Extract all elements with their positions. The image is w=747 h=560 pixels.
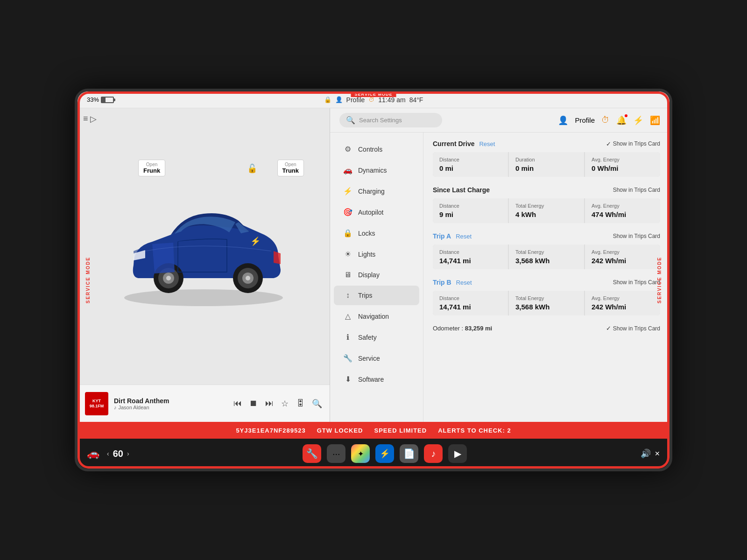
slc-distance-value: 9 mi (439, 210, 501, 218)
stop-button[interactable]: ⏹ (249, 399, 258, 408)
clock-icon-header: ⏱ (601, 115, 610, 125)
taskbar-car-icon[interactable]: 🚗 (87, 448, 99, 460)
slc-avg-energy-cell: Avg. Energy 474 Wh/mi (585, 198, 660, 223)
autopilot-label: Autopilot (358, 209, 383, 216)
trip-a-reset[interactable]: Reset (456, 233, 472, 240)
equalizer-button[interactable]: 🎛 (296, 399, 304, 408)
track-artist: ♪ Jason Aldean (114, 405, 228, 410)
navigation-icon: △ (343, 312, 352, 321)
nav-forward-icon[interactable]: › (127, 450, 129, 457)
nav-charging[interactable]: ⚡ Charging (334, 181, 419, 201)
nav-dynamics[interactable]: 🚗 Dynamics (334, 160, 419, 180)
search-placeholder: Search Settings (359, 117, 402, 124)
service-mode-label-left: SERVICE MODE (85, 257, 91, 304)
odometer-label: Odometer : (433, 325, 463, 332)
lights-icon: ☀ (343, 250, 352, 259)
app-music[interactable]: ♪ (424, 444, 443, 463)
nav-software[interactable]: ⬇ Software (334, 369, 419, 389)
service-mode-label-right: SERVICE MODE (656, 257, 662, 304)
nav-autopilot[interactable]: 🎯 Autopilot (334, 202, 419, 222)
controls-label: Controls (358, 146, 382, 153)
taskbar-nav: ‹ 60 › (107, 448, 129, 459)
taskbar-speed-display: 60 (113, 448, 123, 459)
nav-safety[interactable]: ℹ Safety (334, 327, 419, 347)
trip-b-avg-energy-cell: Avg. Energy 242 Wh/mi (585, 291, 660, 315)
trip-a-distance-label: Distance (439, 249, 501, 255)
odometer-value: 83,259 mi (465, 325, 493, 332)
nav-trips[interactable]: ↕ Trips (334, 286, 419, 305)
settings-panel: 🔍 Search Settings 👤 Profile ⏱ 🔔 ⚡ 📶 (330, 108, 669, 422)
next-button[interactable]: ⏭ (265, 399, 274, 408)
favorite-button[interactable]: ☆ (281, 399, 289, 409)
current-duration-cell: Duration 0 min (509, 152, 584, 177)
controls-icon: ⚙ (343, 145, 352, 154)
trip-b-distance-cell: Distance 14,741 mi (433, 291, 508, 315)
trip-b-avg-energy-label: Avg. Energy (592, 295, 654, 301)
status-bar: SERVICE MODE 33% 🔒 👤 Profile ⏱ 11:49 am … (78, 91, 669, 108)
app-media[interactable]: ▶ (448, 444, 467, 463)
since-last-charge-stats: Distance 9 mi Total Energy 4 kWh Avg. En… (433, 198, 660, 223)
volume-x-icon: ✕ (655, 450, 660, 457)
odometer-info: Odometer : 83,259 mi (433, 325, 492, 332)
bell-icon-header[interactable]: 🔔 (616, 115, 627, 126)
slc-distance-cell: Distance 9 mi (433, 198, 508, 223)
trip-b-distance-label: Distance (439, 295, 501, 301)
app-colorful[interactable]: ✦ (351, 444, 370, 463)
car-svg: ⚡ (106, 190, 302, 312)
trip-a-avg-energy-label: Avg. Energy (592, 249, 654, 255)
status-profile-label: Profile (346, 96, 365, 104)
trip-b-show-trips: Show in Trips Card (613, 279, 660, 286)
trip-b-reset[interactable]: Reset (456, 279, 472, 286)
nav-locks[interactable]: 🔒 Locks (334, 223, 419, 243)
dynamics-label: Dynamics (358, 167, 387, 174)
prev-button[interactable]: ⏮ (233, 399, 242, 408)
app-notes[interactable]: 📄 (400, 444, 418, 463)
odometer-show-trips: ✓ Show in Trips Card (606, 325, 660, 332)
nav-navigation[interactable]: △ Navigation (334, 306, 419, 326)
navigation-label: Navigation (358, 313, 389, 320)
nav-menu: ⚙ Controls 🚗 Dynamics ⚡ Charging 🎯 Autop… (330, 133, 423, 422)
charging-label: Charging (358, 188, 385, 195)
nav-controls[interactable]: ⚙ Controls (334, 139, 419, 159)
svg-point-0 (124, 289, 283, 306)
battery-indicator: 33% (87, 96, 114, 103)
since-last-charge-header: Since Last Charge Show in Trips Card (433, 186, 660, 194)
dynamics-icon: 🚗 (343, 166, 352, 175)
app-bluetooth[interactable]: ⚡ (375, 444, 394, 463)
service-icon: 🔧 (343, 354, 352, 363)
search-box[interactable]: 🔍 Search Settings (339, 113, 442, 127)
status-bar-center: 🔒 👤 Profile ⏱ 11:49 am 84°F (324, 96, 423, 104)
bluetooth-icon-header[interactable]: ⚡ (633, 115, 643, 126)
current-drive-reset[interactable]: Reset (479, 140, 495, 147)
trip-a-avg-energy-value: 242 Wh/mi (592, 257, 654, 265)
app-wrench[interactable]: 🔧 (303, 444, 321, 463)
charging-icon: ⚡ (343, 187, 352, 196)
trip-b-header: Trip B Reset Show in Trips Card (433, 279, 660, 286)
car-image-area: ⚡ (78, 118, 330, 385)
nav-service[interactable]: 🔧 Service (334, 348, 419, 368)
app-dots[interactable]: ··· (327, 444, 345, 463)
volume-icon[interactable]: 🔊 (641, 448, 651, 459)
music-controls[interactable]: ⏮ ⏹ ⏭ ☆ 🎛 🔍 (233, 399, 322, 409)
slc-avg-energy-label: Avg. Energy (592, 203, 654, 209)
slc-avg-energy-value: 474 Wh/mi (592, 210, 654, 218)
track-title: Dirt Road Anthem (114, 397, 228, 405)
nav-lights[interactable]: ☀ Lights (334, 244, 419, 264)
main-content: ≡ ▷ Open Frunk 🔓 Open Trunk (78, 108, 669, 422)
nav-display[interactable]: 🖥 Display (334, 265, 419, 285)
trip-a-header: Trip A Reset Show in Trips Card (433, 232, 660, 240)
battery-icon (101, 97, 114, 103)
alert-bar: 5YJ3E1EA7NF289523 GTW LOCKED SPEED LIMIT… (78, 422, 669, 439)
alert-count: ALERTS TO CHECK: 2 (438, 427, 511, 434)
settings-header: 🔍 Search Settings 👤 Profile ⏱ 🔔 ⚡ 📶 (330, 108, 669, 133)
current-energy-label: Avg. Energy (592, 157, 654, 162)
software-label: Software (358, 376, 384, 383)
charge-icon: ⚡ (250, 236, 261, 246)
trip-b-total-energy-value: 3,568 kWh (515, 303, 578, 311)
current-drive-stats: Distance 0 mi Duration 0 min Avg. Energy… (433, 152, 660, 177)
lock-icon: 🔒 (324, 96, 331, 103)
track-info: Dirt Road Anthem ♪ Jason Aldean (114, 397, 228, 410)
nav-back-icon[interactable]: ‹ (107, 450, 109, 457)
trip-b-energy-cell: Total Energy 3,568 kWh (509, 291, 584, 315)
search-music-button[interactable]: 🔍 (312, 399, 322, 409)
